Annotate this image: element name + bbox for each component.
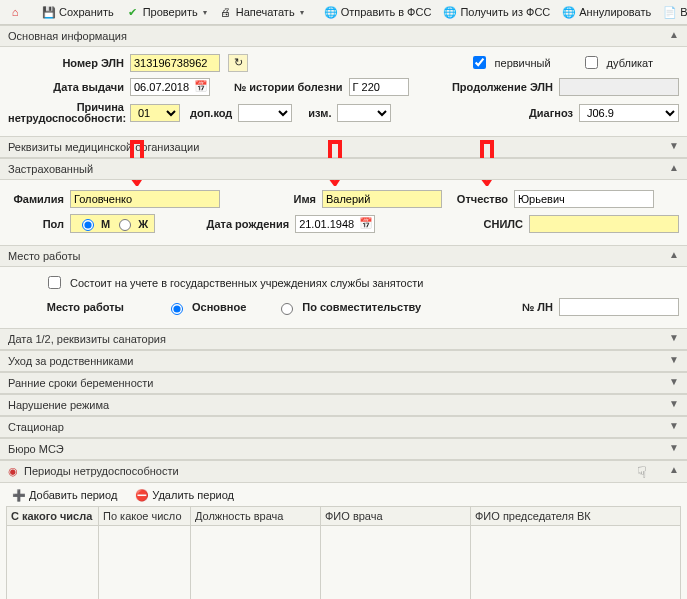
print-button[interactable]: 🖨Напечатать▾ xyxy=(215,3,308,21)
addcode-select[interactable] xyxy=(238,104,292,122)
section-periods[interactable]: ◉ Периоды нетрудоспособности ☟ ▲ xyxy=(0,460,687,483)
ln-no-label: № ЛН xyxy=(522,301,553,313)
main-toolbar: ⌂ 💾Сохранить ✔Проверить▾ 🖨Напечатать▾ 🌐О… xyxy=(0,0,687,25)
del-period-button[interactable]: ⛔Удалить период xyxy=(131,486,238,504)
eln-no-input[interactable] xyxy=(130,54,220,72)
dob-input[interactable] xyxy=(295,215,375,233)
cont-eln-input[interactable] xyxy=(559,78,679,96)
addcode-label: доп.код xyxy=(190,107,232,119)
check-button[interactable]: ✔Проверить▾ xyxy=(122,3,211,21)
collapse-icon: ▼ xyxy=(669,398,679,409)
hand-cursor-icon: ☟ xyxy=(637,463,647,482)
dob-label: Дата рождения xyxy=(161,218,289,230)
collapse-icon: ▼ xyxy=(669,420,679,431)
periods-table: С какого числа По какое число Должность … xyxy=(6,506,681,599)
chevron-down-icon: ▾ xyxy=(203,8,207,17)
add-period-label: Добавить период xyxy=(29,489,117,501)
section-title: Реквизиты медицинской организации xyxy=(8,141,199,153)
col-vk[interactable]: ФИО председателя ВК xyxy=(471,507,681,526)
annul-label: Аннулировать xyxy=(579,6,651,18)
periods-table-wrap: С какого числа По какое число Должность … xyxy=(0,506,687,599)
hist-no-input[interactable] xyxy=(349,78,409,96)
check-icon: ✔ xyxy=(126,5,140,19)
periods-toolbar: ➕Добавить период ⛔Удалить период xyxy=(0,483,687,506)
save-label: Сохранить xyxy=(59,6,114,18)
employ-reg-label: Состоит на учете в государственных учреж… xyxy=(70,277,423,289)
section-relatives-care[interactable]: Уход за родственниками▼ xyxy=(0,350,687,372)
globe-icon: 🌐 xyxy=(443,5,457,19)
diag-select[interactable]: J06.9 xyxy=(579,104,679,122)
save-button[interactable]: 💾Сохранить xyxy=(38,3,118,21)
sex-f-radio[interactable] xyxy=(119,219,131,231)
globe-icon: 🌐 xyxy=(562,5,576,19)
collapse-icon: ▼ xyxy=(669,442,679,453)
section-pregnancy[interactable]: Ранние сроки беременности▼ xyxy=(0,372,687,394)
name-input[interactable] xyxy=(322,190,442,208)
patronymic-input[interactable] xyxy=(514,190,654,208)
snils-input[interactable] xyxy=(529,215,679,233)
eln-no-label: Номер ЭЛН xyxy=(8,57,124,69)
duplicate-checkbox[interactable] xyxy=(585,56,598,69)
section-hospital[interactable]: Стационар▼ xyxy=(0,416,687,438)
reason-code-select[interactable]: 01 xyxy=(130,104,180,122)
send-fss-label: Отправить в ФСС xyxy=(341,6,432,18)
collapse-icon: ▲ xyxy=(669,162,679,173)
section-violation[interactable]: Нарушение режима▼ xyxy=(0,394,687,416)
reason-label: Причина нетрудоспособности: xyxy=(8,102,124,124)
get-fss-label: Получить из ФСС xyxy=(460,6,550,18)
table-row[interactable] xyxy=(7,526,681,600)
chg-select[interactable] xyxy=(337,104,391,122)
issue-cont-button[interactable]: 📄Выдать ЭЛН-продолжение▾ xyxy=(659,3,687,21)
col-doctor[interactable]: ФИО врача xyxy=(321,507,471,526)
ln-no-input[interactable] xyxy=(559,298,679,316)
workplace-label: Место работы xyxy=(44,301,124,313)
add-period-button[interactable]: ➕Добавить период xyxy=(8,486,121,504)
col-from[interactable]: С какого числа xyxy=(7,507,99,526)
collapse-icon: ▼ xyxy=(669,332,679,343)
primary-checkbox[interactable] xyxy=(473,56,486,69)
send-fss-button[interactable]: 🌐Отправить в ФСС xyxy=(320,3,436,21)
section-sanatorium[interactable]: Дата 1/2, реквизиты санатория▼ xyxy=(0,328,687,350)
wp-part-radio[interactable] xyxy=(281,303,293,315)
print-icon: 🖨 xyxy=(219,5,233,19)
wp-main-radio[interactable] xyxy=(171,303,183,315)
section-basic-info[interactable]: Основная информация ▲ xyxy=(0,25,687,47)
collapse-icon: ▲ xyxy=(669,29,679,40)
chevron-down-icon: ▾ xyxy=(300,8,304,17)
minus-icon: ⛔ xyxy=(135,488,149,502)
col-to[interactable]: По какое число xyxy=(99,507,191,526)
panel-insured: Фамилия Имя Отчество Пол М Ж Дата рожден… xyxy=(0,180,687,245)
section-workplace[interactable]: Место работы ▲ xyxy=(0,245,687,267)
surname-input[interactable] xyxy=(70,190,220,208)
sex-m-label: М xyxy=(101,218,110,230)
bullet-icon: ◉ xyxy=(8,465,18,477)
snils-label: СНИЛС xyxy=(484,218,523,230)
home-button[interactable]: ⌂ xyxy=(4,3,26,21)
issue-date-label: Дата выдачи xyxy=(8,81,124,93)
sex-m-radio[interactable] xyxy=(82,219,94,231)
diag-label: Диагноз xyxy=(529,107,573,119)
annul-button[interactable]: 🌐Аннулировать xyxy=(558,3,655,21)
sex-f-label: Ж xyxy=(138,218,148,230)
section-mse[interactable]: Бюро МСЭ▼ xyxy=(0,438,687,460)
section-insured[interactable]: Застрахованный ▲ xyxy=(0,158,687,180)
sex-group: М Ж xyxy=(70,214,155,233)
issue-date-input[interactable] xyxy=(130,78,210,96)
panel-basic-info: Номер ЭЛН ↻ первичный дубликат Дата выда… xyxy=(0,47,687,136)
section-title: Ранние сроки беременности xyxy=(8,377,153,389)
collapse-icon: ▼ xyxy=(669,354,679,365)
issue-cont-label: Выдать ЭЛН-продолжение xyxy=(680,6,687,18)
employ-reg-checkbox[interactable] xyxy=(48,276,61,289)
section-title: Место работы xyxy=(8,250,80,262)
chg-label: изм. xyxy=(308,107,331,119)
section-title: Основная информация xyxy=(8,30,127,42)
eln-refresh-button[interactable]: ↻ xyxy=(228,54,248,72)
wp-part-label: По совместительству xyxy=(302,301,421,313)
get-fss-button[interactable]: 🌐Получить из ФСС xyxy=(439,3,554,21)
col-position[interactable]: Должность врача xyxy=(191,507,321,526)
primary-label: первичный xyxy=(495,57,551,69)
collapse-icon: ▼ xyxy=(669,140,679,151)
section-title: Бюро МСЭ xyxy=(8,443,64,455)
duplicate-label: дубликат xyxy=(607,57,653,69)
globe-icon: 🌐 xyxy=(324,5,338,19)
